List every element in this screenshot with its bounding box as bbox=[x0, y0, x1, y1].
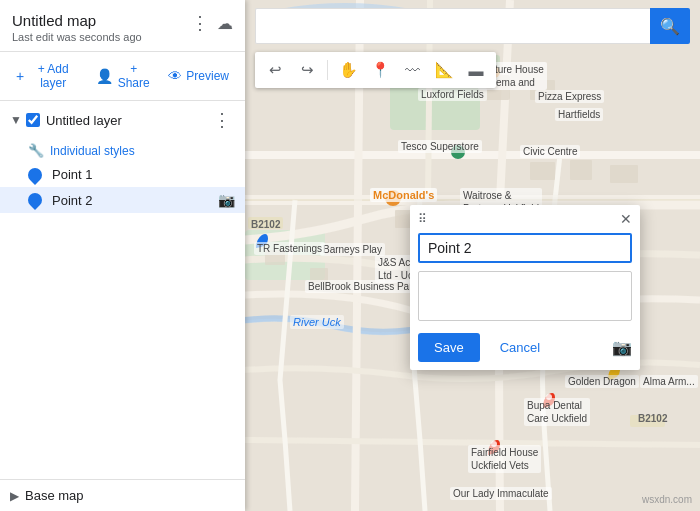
eye-icon: 👁 bbox=[168, 68, 182, 84]
map-label-fairfield: Fairfield HouseUckfield Vets bbox=[468, 445, 541, 473]
map-label-alma: Alma Arm... bbox=[640, 375, 698, 388]
search-input[interactable] bbox=[255, 8, 650, 44]
map-subtitle: Last edit was seconds ago bbox=[12, 31, 187, 43]
camera-button[interactable]: 📷 bbox=[612, 338, 632, 357]
map-title: Untitled map bbox=[12, 12, 187, 29]
map-label-civic: Civic Centre bbox=[520, 145, 580, 158]
map-toolbar: ↩ ↪ ✋ 📍 〰 📐 ▬ bbox=[255, 52, 496, 88]
svg-rect-11 bbox=[570, 160, 592, 180]
map-title-area: Untitled map Last edit was seconds ago bbox=[12, 12, 187, 43]
add-layer-button[interactable]: + + Add layer bbox=[10, 58, 84, 94]
map-label-hartfields: Hartfields bbox=[555, 108, 603, 121]
toolbar-row: + + Add layer 👤 + Share 👁 Preview bbox=[0, 52, 245, 101]
share-label: + Share bbox=[117, 62, 150, 90]
svg-rect-10 bbox=[530, 162, 555, 180]
edit-actions: Save Cancel 📷 bbox=[410, 325, 640, 370]
undo-button[interactable]: ↩ bbox=[261, 56, 289, 84]
top-bar: 🔍 bbox=[255, 8, 690, 44]
map-label-bupa: Bupa DentalCare Uckfield bbox=[524, 398, 590, 426]
pin-button[interactable]: 📍 bbox=[366, 56, 394, 84]
map-label-b2102-right: B2102 bbox=[635, 412, 670, 425]
basemap-section: ▶ Base map bbox=[0, 479, 245, 511]
map-label-tesco: Tesco Superstore bbox=[398, 140, 482, 153]
map-header: Untitled map Last edit was seconds ago ⋮… bbox=[0, 0, 245, 52]
point2-row[interactable]: Point 2 📷 bbox=[0, 187, 245, 213]
style-row[interactable]: 🔧 Individual styles bbox=[0, 139, 245, 162]
preview-label: Preview bbox=[186, 69, 229, 83]
svg-rect-12 bbox=[610, 165, 638, 183]
map-label-bellbrook: BellBrook Business Park bbox=[305, 280, 421, 293]
search-icon: 🔍 bbox=[660, 17, 680, 36]
basemap-header[interactable]: ▶ Base map bbox=[10, 488, 235, 503]
watermark: wsxdn.com bbox=[642, 494, 692, 505]
point2-label: Point 2 bbox=[52, 193, 218, 208]
point1-row[interactable]: Point 1 bbox=[0, 162, 245, 187]
map-label-mcdonalds: McDonald's bbox=[370, 188, 437, 202]
add-layer-label: + Add layer bbox=[28, 62, 78, 90]
draw-button[interactable]: 〰 bbox=[398, 56, 426, 84]
basemap-arrow-icon: ▶ bbox=[10, 489, 19, 503]
layer-header[interactable]: ▼ Untitled layer ⋮ bbox=[0, 101, 245, 139]
layer-arrow-icon: ▼ bbox=[10, 113, 22, 127]
layer-checkbox[interactable] bbox=[26, 113, 40, 127]
layers-section: ▼ Untitled layer ⋮ 🔧 Individual styles P… bbox=[0, 101, 245, 479]
toolbar-divider bbox=[327, 60, 328, 80]
edit-dialog-header: ⠿ ✕ bbox=[410, 205, 640, 231]
edit-dialog: ⠿ ✕ Save Cancel 📷 bbox=[410, 205, 640, 370]
share-button[interactable]: 👤 + Share bbox=[90, 58, 156, 94]
ruler-button[interactable]: 📐 bbox=[430, 56, 458, 84]
map-options-button[interactable]: ⋮ bbox=[187, 12, 213, 34]
add-layer-icon: + bbox=[16, 68, 24, 84]
search-button[interactable]: 🔍 bbox=[650, 8, 690, 44]
save-button[interactable]: Save bbox=[418, 333, 480, 362]
redo-button[interactable]: ↪ bbox=[293, 56, 321, 84]
left-panel: Untitled map Last edit was seconds ago ⋮… bbox=[0, 0, 245, 511]
share-icon: 👤 bbox=[96, 68, 113, 84]
rectangle-button[interactable]: ▬ bbox=[462, 56, 490, 84]
style-icon: 🔧 bbox=[28, 143, 44, 158]
map-label-barneys: Barneys Play bbox=[320, 243, 385, 256]
layer-options-button[interactable]: ⋮ bbox=[209, 109, 235, 131]
map-label-pizzaexpress: Pizza Express bbox=[535, 90, 604, 103]
style-label: Individual styles bbox=[50, 144, 135, 158]
edit-title-input[interactable] bbox=[418, 233, 632, 263]
cancel-button[interactable]: Cancel bbox=[488, 333, 552, 362]
map-label-tr: TR Fastenings bbox=[254, 242, 325, 255]
map-label-ourlady: Our Lady Immaculate bbox=[450, 487, 552, 500]
map-label-b2102-left: B2102 bbox=[248, 218, 283, 231]
point2-camera-icon: 📷 bbox=[218, 192, 235, 208]
map-label-river: River Uck bbox=[290, 315, 344, 329]
preview-button[interactable]: 👁 Preview bbox=[162, 64, 235, 88]
dialog-drag-handle: ⠿ bbox=[418, 212, 427, 226]
dialog-close-button[interactable]: ✕ bbox=[620, 211, 632, 227]
map-label-luxford: Luxford Fields bbox=[418, 88, 487, 101]
point1-marker-icon bbox=[25, 165, 45, 185]
basemap-label: Base map bbox=[25, 488, 84, 503]
point1-label: Point 1 bbox=[52, 167, 235, 182]
pan-button[interactable]: ✋ bbox=[334, 56, 362, 84]
edit-description-input[interactable] bbox=[418, 271, 632, 321]
cloud-icon: ☁ bbox=[217, 14, 233, 33]
point2-marker-icon bbox=[25, 190, 45, 210]
map-label-golden: Golden Dragon bbox=[565, 375, 639, 388]
layer-name: Untitled layer bbox=[46, 113, 209, 128]
